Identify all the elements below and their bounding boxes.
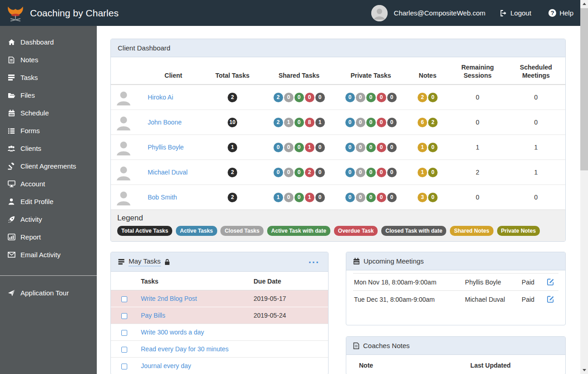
private-notes-badge: 0 <box>428 93 438 102</box>
client-link[interactable]: Michael Duval <box>148 169 188 176</box>
sidebar-item-label: Schedule <box>20 109 49 117</box>
scroll-up-button[interactable] <box>580 0 588 8</box>
closed-tasks-badge: 0 <box>356 193 365 202</box>
rocket-icon <box>7 216 15 223</box>
active-dated-tasks-badge: 0 <box>366 118 376 127</box>
sidebar-item-account[interactable]: Account <box>0 175 97 193</box>
task-link[interactable]: Pay Bills <box>141 312 165 319</box>
logout-button[interactable]: Logout <box>500 9 531 17</box>
sidebar-item-schedule[interactable]: Schedule <box>0 104 97 122</box>
sidebar-item-notes[interactable]: Notes <box>0 51 97 69</box>
col-private-tasks: Private Tasks <box>335 57 407 85</box>
task-checkbox[interactable] <box>121 347 127 353</box>
closed-tasks-badge: 0 <box>284 193 294 202</box>
table-header-row: Client Total Tasks Shared Tasks Private … <box>111 57 565 85</box>
task-checkbox[interactable] <box>121 313 127 319</box>
legend-badge-active-task-with-date: Active Task with date <box>267 226 330 236</box>
may-tasks-header: May Tasks ... <box>111 252 328 272</box>
col-remaining-sessions: Remaining Sessions <box>448 57 507 85</box>
overdue-tasks-badge: 0 <box>377 143 386 152</box>
closed-tasks-badge: 0 <box>284 93 294 102</box>
task-link[interactable]: Journal every day <box>141 362 191 369</box>
notes-icon <box>353 342 359 349</box>
vertical-scrollbar[interactable] <box>580 0 588 374</box>
task-link[interactable]: Read every Day for 30 minutes <box>141 345 229 353</box>
sidebar-item-clients[interactable]: Clients <box>0 140 97 157</box>
due-date-value: 2019-05-24 <box>250 307 328 324</box>
help-icon <box>548 9 556 17</box>
task-row: Read every Day for 30 minutes <box>111 341 328 358</box>
upcoming-meetings-table: Mon Nov 18, 8:00am-9:00am Phyllis Boyle … <box>353 273 558 308</box>
sidebar-item-files[interactable]: Files <box>0 86 97 104</box>
total-tasks-badge: 2 <box>228 93 237 102</box>
task-checkbox[interactable] <box>121 330 127 336</box>
total-tasks-badge: 2 <box>228 168 237 177</box>
active-tasks-badge: 0 <box>345 118 355 127</box>
active-tasks-badge: 2 <box>274 118 283 127</box>
client-avatar <box>114 112 142 132</box>
tasks-icon <box>118 259 125 265</box>
task-link[interactable]: Write 300 words a day <box>141 329 204 336</box>
sidebar-item-tasks[interactable]: Tasks <box>0 69 97 86</box>
closed-dated-tasks-badge: 0 <box>387 93 397 102</box>
task-link[interactable]: Write 2nd Blog Post <box>141 295 197 302</box>
closed-dated-tasks-badge: 0 <box>387 193 397 202</box>
sidebar-item-label: Forms <box>20 127 40 135</box>
active-dated-tasks-badge: 0 <box>366 168 376 177</box>
sidebar-item-label: Dashboard <box>20 38 54 46</box>
help-button[interactable]: Help <box>548 9 573 17</box>
sidebar: Dashboard Notes Tasks Files Schedule <box>0 26 97 374</box>
sidebar-item-label: Account <box>20 180 45 188</box>
scrollbar-thumb[interactable] <box>580 8 588 170</box>
sidebar-item-edit-profile[interactable]: Edit Profile <box>0 193 97 210</box>
sidebar-item-label: Activity <box>20 215 42 223</box>
overdue-tasks-badge: 0 <box>377 93 386 102</box>
task-row: Journal every day <box>111 358 328 374</box>
task-checkbox[interactable] <box>121 364 127 369</box>
table-header-row: Note Last Updated <box>346 355 565 374</box>
due-date-value: 2019-05-17 <box>250 290 328 307</box>
may-tasks-title[interactable]: May Tasks <box>129 257 161 266</box>
closed-tasks-badge: 1 <box>284 118 294 127</box>
sidebar-item-client-agreements[interactable]: Client Agreements <box>0 157 97 175</box>
chair-logo-icon <box>6 4 25 22</box>
sidebar-item-dashboard[interactable]: Dashboard <box>0 33 97 51</box>
due-date-value <box>250 324 328 341</box>
client-dashboard-table: Client Total Tasks Shared Tasks Private … <box>111 57 565 209</box>
scroll-down-button[interactable] <box>580 366 588 374</box>
client-link[interactable]: Bob Smith <box>148 194 177 201</box>
closed-dated-tasks-badge: 1 <box>315 118 325 127</box>
col-total-tasks: Total Tasks <box>202 57 263 85</box>
shared-notes-badge: 1 <box>418 143 427 152</box>
sidebar-item-label: Email Activity <box>20 251 60 259</box>
client-dashboard-panel: Client Dashboard Client Total Tasks Shar… <box>110 39 566 242</box>
client-link[interactable]: Hiroko Ai <box>148 94 173 101</box>
remaining-sessions-value: 0 <box>448 110 507 135</box>
active-dated-tasks-badge: 0 <box>294 168 304 177</box>
sidebar-item-report[interactable]: Report <box>0 228 97 246</box>
client-link[interactable]: John Boone <box>148 119 182 126</box>
home-icon <box>7 39 15 46</box>
sidebar-item-forms[interactable]: Forms <box>0 122 97 140</box>
closed-dated-tasks-badge: 0 <box>387 143 397 152</box>
active-dated-tasks-badge: 0 <box>366 93 376 102</box>
meeting-client: Phyllis Boyle <box>464 274 521 291</box>
sidebar-item-email-activity[interactable]: Email Activity <box>0 246 97 264</box>
closed-tasks-badge: 0 <box>356 93 365 102</box>
client-avatar <box>114 87 142 107</box>
active-tasks-badge: 0 <box>345 143 355 152</box>
coaches-notes-panel: Coaches Notes Note Last Updated <box>346 336 566 374</box>
closed-dated-tasks-badge: 0 <box>387 118 397 127</box>
overdue-tasks-badge: 2 <box>305 168 314 177</box>
legend-badge-closed-task-with-date: Closed Task with date <box>381 226 446 236</box>
legend-badge-private-notes: Private Notes <box>497 226 540 236</box>
private-notes-badge: 0 <box>428 168 438 177</box>
sidebar-item-application-tour[interactable]: Application Tour <box>0 284 97 302</box>
sidebar-item-activity[interactable]: Activity <box>0 210 97 228</box>
client-link[interactable]: Phyllis Boyle <box>148 144 184 151</box>
task-checkbox[interactable] <box>121 296 127 302</box>
overdue-tasks-badge: 0 <box>377 118 386 127</box>
edit-meeting-icon[interactable] <box>547 278 558 286</box>
edit-meeting-icon[interactable] <box>547 295 558 303</box>
panel-menu-button[interactable]: ... <box>307 258 321 266</box>
